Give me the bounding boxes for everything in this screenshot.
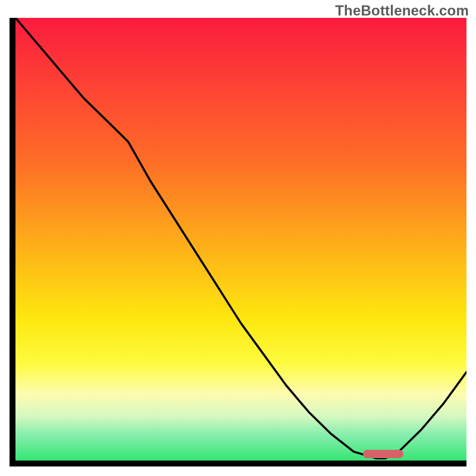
plot-frame [10,18,466,466]
chart-stage: TheBottleneck.com [0,0,476,476]
optimal-range-indicator [363,450,403,458]
watermark-text: TheBottleneck.com [335,2,469,19]
curve-layer [15,18,466,461]
bottleneck-curve [15,18,466,458]
